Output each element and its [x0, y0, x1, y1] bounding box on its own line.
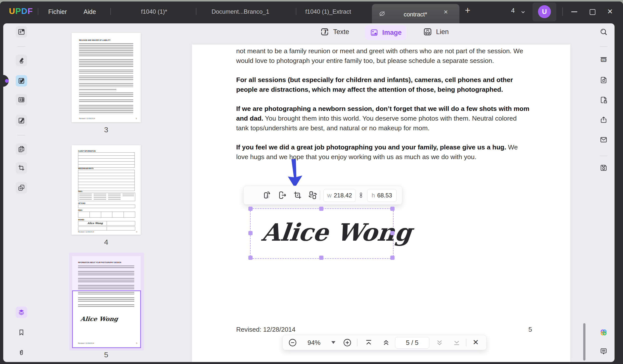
- next-page-button[interactable]: [435, 338, 444, 347]
- thumb-label-3[interactable]: 3: [72, 126, 141, 134]
- thumbnail-page-5-card[interactable]: INFORMATION ABOUT YOUR PHOTOGRAPHY SESSI…: [69, 253, 144, 351]
- selection-handle-n[interactable]: [319, 207, 323, 211]
- fill-sign-tool-button[interactable]: [16, 115, 27, 126]
- crop-page-icon: [18, 164, 25, 172]
- extract-image-button[interactable]: [277, 190, 287, 200]
- copies-icon: [18, 184, 25, 191]
- close-bar-button[interactable]: ✕: [473, 338, 479, 347]
- rail-divider: [17, 46, 25, 47]
- selection-handle-w[interactable]: [248, 231, 253, 235]
- convert-button[interactable]: [598, 74, 609, 86]
- active-tool-dot: [5, 79, 9, 83]
- edit-mode-tab-image-active[interactable]: Image: [365, 25, 406, 40]
- height-input[interactable]: h 68.53: [367, 189, 397, 202]
- thumbnail-page-3[interactable]: RELEASE AND WAIVER OF LIABILITY Revised:…: [72, 33, 141, 122]
- edit-icon: [18, 77, 25, 85]
- image-tool-icon: [369, 28, 379, 37]
- paperclip-icon: [18, 349, 25, 356]
- feedback-button[interactable]: [598, 346, 609, 357]
- tab-document-branco[interactable]: Document...Branco_1: [199, 7, 282, 17]
- tab-count[interactable]: 4: [511, 7, 515, 14]
- thumb-signed-row: Alice Wong: [78, 221, 135, 226]
- tab-f1040[interactable]: f1040 (1)*: [114, 7, 194, 17]
- organize-tool-button[interactable]: [16, 94, 27, 105]
- paragraph: not meant to be a family reunion or meet…: [236, 46, 530, 66]
- reader-tool-button[interactable]: [16, 26, 27, 38]
- image-floating-toolbar: w 218.42 h 68.53: [243, 186, 402, 205]
- tab-f1040-extract[interactable]: f1040 (1)_Extract: [286, 7, 370, 17]
- menu-aide[interactable]: Aide: [84, 7, 96, 17]
- thumb-label-4[interactable]: 4: [72, 238, 141, 246]
- page-indicator: 5 / 5: [406, 339, 419, 347]
- chevron-down-icon[interactable]: [520, 8, 527, 15]
- pointer-arrow: [283, 157, 311, 190]
- form-icon: [18, 96, 25, 103]
- selection-handle-sw[interactable]: [248, 256, 253, 260]
- selection-handle-e[interactable]: [390, 231, 395, 235]
- close-tab-icon[interactable]: ✕: [444, 9, 448, 15]
- thumb-label-5[interactable]: 5: [72, 351, 141, 359]
- rotate-right-button[interactable]: [261, 190, 271, 200]
- redact-tool-button[interactable]: [16, 182, 27, 193]
- window-close-button[interactable]: ✕: [607, 7, 613, 16]
- vertical-scrollbar[interactable]: [583, 323, 585, 361]
- crop-image-button[interactable]: [293, 190, 303, 200]
- image-selection-box[interactable]: Alice Wong: [250, 208, 394, 259]
- height-unit: h: [372, 192, 375, 199]
- selection-handle-nw[interactable]: [248, 207, 253, 211]
- thumb-text-block: [79, 59, 133, 68]
- ai-assistant-button[interactable]: [598, 327, 609, 338]
- share-button[interactable]: [598, 114, 609, 126]
- thumbnail-page-4[interactable]: CLIENT INFORMATION WEDDING&EVENTS FEES O…: [72, 145, 141, 235]
- layers-icon: [18, 309, 25, 316]
- ocr-button[interactable]: OCR: [598, 54, 609, 65]
- selection-handle-ne[interactable]: [390, 207, 395, 211]
- email-button[interactable]: [598, 134, 609, 145]
- selection-handle-s[interactable]: [319, 256, 323, 260]
- edit-mode-tab-lien[interactable]: Lien: [423, 27, 449, 37]
- bookmark-button[interactable]: [16, 327, 27, 338]
- attachment-button[interactable]: [16, 347, 27, 358]
- comment-tool-button[interactable]: [16, 55, 27, 66]
- thumb-viewport-indicator[interactable]: [72, 290, 141, 348]
- new-tab-button[interactable]: +: [465, 5, 470, 16]
- edit-tool-button-active[interactable]: [16, 75, 27, 87]
- previous-page-button[interactable]: [382, 338, 391, 347]
- thumb-page-number: 3: [136, 118, 137, 119]
- avatar[interactable]: U: [538, 5, 551, 18]
- thumb-text-block: [79, 92, 133, 97]
- minimize-button[interactable]: [571, 11, 577, 12]
- pages-tool-button[interactable]: [16, 143, 27, 155]
- width-unit: w: [327, 192, 331, 199]
- zoom-in-button[interactable]: [343, 338, 352, 347]
- search-button[interactable]: [598, 26, 609, 38]
- selection-handle-se[interactable]: [390, 256, 395, 260]
- zoom-dropdown-caret[interactable]: [331, 341, 335, 344]
- zoom-out-button[interactable]: [288, 338, 297, 347]
- width-input[interactable]: w 218.42: [323, 189, 356, 202]
- link-constrain-icon[interactable]: [357, 191, 365, 199]
- doc-page-number: 5: [522, 326, 532, 333]
- maximize-button[interactable]: [590, 9, 595, 15]
- tab-separator: [196, 8, 196, 15]
- first-page-button[interactable]: [364, 338, 373, 347]
- replace-image-button[interactable]: [308, 190, 318, 200]
- thumb-table: [78, 170, 135, 191]
- protect-button[interactable]: [598, 94, 609, 106]
- rotate-right-icon: [261, 190, 271, 200]
- layers-button-active[interactable]: [16, 307, 27, 318]
- titlebar-separator: [38, 8, 38, 15]
- edit-mode-tab-texte[interactable]: T Texte: [320, 27, 349, 37]
- crop-tool-button[interactable]: [16, 162, 27, 174]
- zoom-level[interactable]: 94%: [305, 339, 323, 347]
- thumb-heading: RELEASE AND WAIVER OF LIABILITY: [79, 39, 111, 41]
- tab-contract-active[interactable]: contract* ✕: [372, 4, 459, 23]
- highlighter-icon: [18, 57, 25, 64]
- bookmark-icon: [18, 329, 25, 336]
- pages-icon: [18, 145, 25, 153]
- last-page-button[interactable]: [452, 338, 461, 347]
- save-button[interactable]: [598, 162, 609, 174]
- text-tool-icon: T: [320, 27, 330, 37]
- page-indicator-input[interactable]: 5 / 5: [395, 337, 429, 349]
- menu-fichier[interactable]: Fichier: [48, 7, 67, 17]
